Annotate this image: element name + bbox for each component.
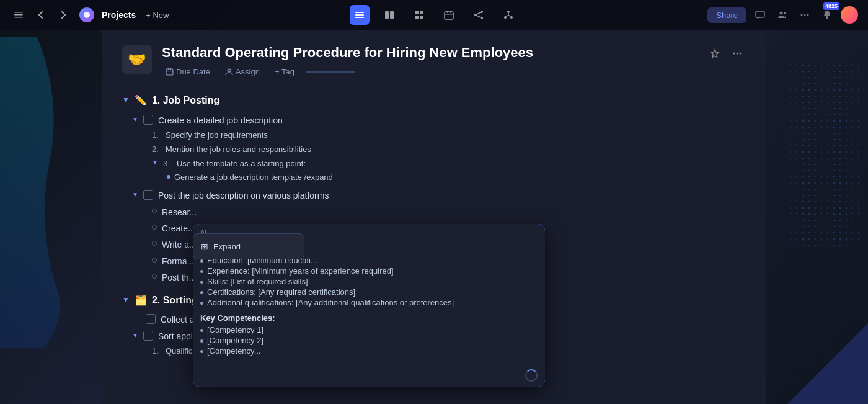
left-sidebar-decoration bbox=[0, 0, 102, 404]
comp-item-1: [Competency 2] bbox=[200, 336, 538, 345]
dots-pattern bbox=[787, 62, 862, 248]
user-avatar[interactable] bbox=[841, 6, 858, 24]
new-button[interactable]: + New bbox=[141, 8, 174, 22]
toggle-create-job[interactable]: ▼ bbox=[132, 115, 138, 125]
num-item-3-text: Use the template as a starting point: bbox=[177, 158, 306, 171]
context-menu: ⊞ Expand bbox=[193, 233, 304, 259]
ai-popup-inner: ⊞ Expand AI Requirements: Education: [Mi… bbox=[193, 224, 545, 387]
svg-point-24 bbox=[510, 16, 513, 19]
sub-format-text: Forma... bbox=[162, 254, 194, 268]
doc-title: Standard Operating Procedure for Hiring … bbox=[162, 45, 696, 61]
section-1-toggle[interactable]: ▼ bbox=[122, 94, 130, 106]
view-calendar-icon[interactable] bbox=[439, 5, 459, 25]
toggle-post-job[interactable]: ▼ bbox=[132, 190, 138, 200]
app-logo bbox=[79, 7, 94, 22]
due-date-label: Due Date bbox=[176, 67, 210, 76]
num-item-1-text: Specify the job requirements bbox=[166, 129, 268, 142]
svg-rect-38 bbox=[170, 68, 172, 70]
numbered-item-1: 1. Specify the job requirements bbox=[152, 128, 746, 143]
section-2-toggle[interactable]: ▼ bbox=[122, 294, 130, 306]
sub-bullet-1: Generate a job description template /exp… bbox=[167, 171, 746, 185]
svg-rect-5 bbox=[355, 14, 364, 16]
svg-rect-13 bbox=[445, 12, 453, 19]
svg-line-20 bbox=[477, 12, 480, 14]
people-icon[interactable] bbox=[774, 6, 791, 24]
svg-point-40 bbox=[228, 69, 231, 72]
assign-label: Assign bbox=[236, 67, 260, 76]
svg-line-26 bbox=[505, 16, 508, 16]
sidebar-toggle-button[interactable] bbox=[10, 6, 27, 24]
doc-title-area: Standard Operating Procedure for Hiring … bbox=[162, 45, 696, 78]
meta-divider bbox=[306, 71, 355, 73]
numbered-item-2: 2. Mention the job roles and responsibil… bbox=[152, 143, 746, 157]
more-options-icon[interactable] bbox=[796, 6, 813, 24]
comp-item-2: [Competency... bbox=[200, 346, 538, 356]
comp-item-0-text: [Competency 1] bbox=[207, 325, 264, 334]
sub-bullet-1-text: Generate a job description template /exp… bbox=[174, 171, 333, 184]
ai-loading bbox=[193, 364, 545, 387]
chat-icon[interactable] bbox=[751, 6, 769, 24]
projects-label[interactable]: Projects bbox=[102, 10, 136, 20]
tag-button[interactable]: + Tag bbox=[271, 66, 298, 78]
view-list-icon[interactable] bbox=[350, 5, 370, 25]
post-job-text: Post the job description on various plat… bbox=[158, 189, 329, 202]
svg-point-44 bbox=[740, 53, 742, 55]
svg-rect-2 bbox=[14, 17, 23, 18]
nav-right: Share bbox=[518, 6, 858, 24]
checkbox-post-job[interactable] bbox=[143, 190, 153, 200]
req-item-3: Certifications: [Any required certificat… bbox=[200, 287, 538, 297]
checkbox-create-job[interactable] bbox=[143, 115, 153, 125]
context-expand-item[interactable]: ⊞ Expand bbox=[193, 236, 304, 256]
checkbox-collect-all[interactable] bbox=[146, 314, 156, 324]
toggle-num-3[interactable]: ▼ bbox=[152, 158, 158, 168]
svg-point-17 bbox=[480, 11, 483, 13]
svg-line-21 bbox=[477, 16, 480, 17]
view-columns-icon[interactable] bbox=[379, 5, 399, 25]
section-2-label: 2. Sorting bbox=[152, 292, 198, 308]
section-1-icon: ✏️ bbox=[135, 92, 147, 109]
share-network-icon[interactable] bbox=[469, 5, 489, 25]
forward-button[interactable] bbox=[55, 6, 72, 24]
svg-point-43 bbox=[737, 53, 738, 55]
svg-point-23 bbox=[504, 16, 507, 19]
svg-marker-41 bbox=[711, 50, 719, 57]
list-item-post-job: ▼ Post the job description on various pl… bbox=[132, 187, 746, 204]
assign-button[interactable]: Assign bbox=[221, 66, 264, 78]
notification-count: 4825 bbox=[823, 2, 839, 10]
create-job-text: Create a detailed job description bbox=[158, 114, 283, 127]
svg-rect-11 bbox=[415, 16, 418, 19]
due-date-button[interactable]: Due Date bbox=[162, 66, 214, 78]
req-item-1-text: Experience: [Minimum years of experience… bbox=[207, 266, 394, 276]
doc-more-button[interactable] bbox=[728, 45, 746, 62]
svg-rect-0 bbox=[14, 12, 23, 13]
svg-point-30 bbox=[784, 12, 786, 14]
doc-icon: 🤝 bbox=[122, 45, 152, 74]
section-2-icon: 🗂️ bbox=[135, 292, 147, 308]
sub-research-text: Resear... bbox=[162, 205, 197, 219]
expand-label: Expand bbox=[213, 242, 241, 251]
svg-point-33 bbox=[807, 14, 809, 16]
req-item-4-text: Additional qualifications: [Any addition… bbox=[207, 298, 454, 307]
org-chart-icon[interactable] bbox=[498, 5, 518, 25]
svg-rect-15 bbox=[450, 11, 451, 13]
svg-line-27 bbox=[508, 16, 512, 16]
req-item-1: Experience: [Minimum years of experience… bbox=[200, 266, 538, 276]
comp-item-1-text: [Competency 2] bbox=[207, 336, 264, 345]
notification-button[interactable]: 4825 bbox=[818, 6, 836, 24]
svg-rect-7 bbox=[385, 11, 389, 19]
svg-point-19 bbox=[480, 17, 483, 19]
checkbox-sort-app[interactable] bbox=[143, 331, 153, 341]
svg-rect-37 bbox=[168, 68, 169, 70]
sub-write-text: Write a... bbox=[162, 238, 197, 251]
toggle-sort-app[interactable]: ▼ bbox=[132, 331, 138, 341]
expand-icon: ⊞ bbox=[201, 241, 208, 251]
svg-point-42 bbox=[733, 53, 735, 55]
numbered-item-3: ▼ 3. Use the template as a starting poin… bbox=[152, 157, 746, 171]
back-button[interactable] bbox=[32, 6, 50, 24]
svg-rect-39 bbox=[166, 71, 173, 71]
nav-left: Projects + New bbox=[10, 6, 350, 24]
view-grid-icon[interactable] bbox=[409, 5, 429, 25]
share-button[interactable]: Share bbox=[707, 7, 746, 23]
star-button[interactable] bbox=[706, 45, 724, 62]
req-item-2-text: Skills: [List of required skills] bbox=[207, 277, 308, 286]
